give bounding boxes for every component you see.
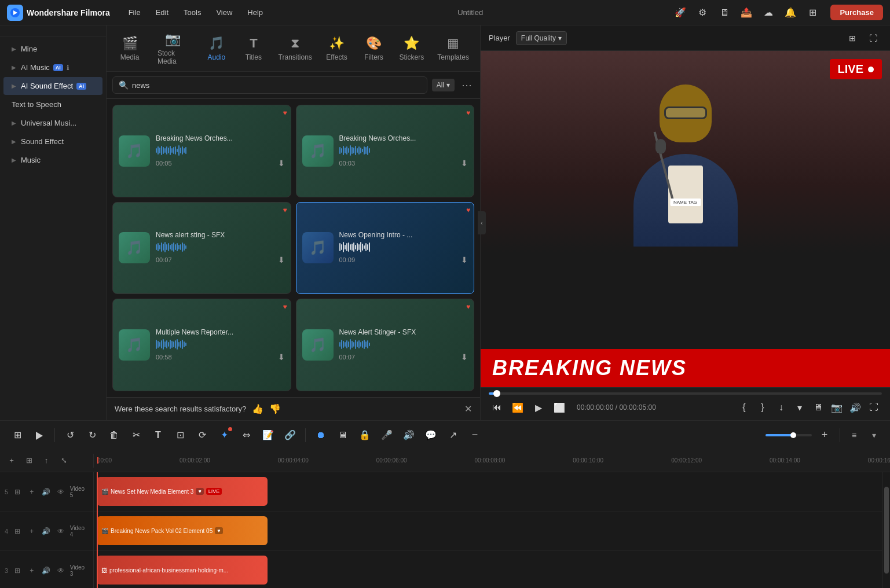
track-add-5[interactable]: + [26,486,37,498]
grid-icon[interactable]: ⊞ [804,4,821,21]
menu-help[interactable]: Help [241,6,269,19]
tab-transitions[interactable]: ⧗ Transitions [273,31,317,66]
cut-button[interactable]: ✂ [127,426,145,444]
favorite-icon-1[interactable]: ♥ [283,109,287,117]
more-options-icon[interactable]: ⋯ [459,76,474,94]
sidebar-item-ai-music[interactable]: ▶ AI Music AI ℹ [3,58,102,76]
menu-tools[interactable]: Tools [178,6,207,19]
motion-button[interactable]: ↗ [444,426,462,444]
minus-button[interactable]: − [466,426,484,444]
ripple-button[interactable]: ↑ [39,454,53,468]
download-icon-4[interactable]: ⬇ [461,255,468,264]
sidebar-item-ai-sound[interactable]: ▶ AI Sound Effect AI [3,77,102,95]
zoom-slider[interactable] [766,434,812,436]
bracket-left-icon[interactable]: { [736,399,752,416]
download-icon-3[interactable]: ⬇ [278,255,285,264]
rocket-icon[interactable]: 🚀 [672,4,689,21]
track-volume-4[interactable]: 🔊 [41,525,52,537]
track-volume-5[interactable]: 🔊 [41,486,52,498]
track-lock-4[interactable]: ⊞ [12,525,23,537]
favorite-icon-4[interactable]: ♥ [466,206,470,214]
split-track-button[interactable]: ⊞ [22,454,36,468]
camera-icon[interactable]: 📷 [829,399,845,416]
fit-to-screen-button[interactable]: ⤡ [57,454,71,468]
track-add-3[interactable]: + [26,565,37,576]
progress-bar[interactable] [489,392,882,395]
audio-card-3[interactable]: 🎵 News alert sting - SFX 00:07 ⬇ ♥ [112,202,291,295]
track-lock-3[interactable]: ⊞ [12,565,23,576]
screen-icon[interactable]: 🖥 [810,399,826,416]
monitor-icon[interactable]: 🖥 [716,4,733,21]
favorite-icon-5[interactable]: ♥ [283,303,287,311]
clip-video3[interactable]: 🖼 professional-african-businessman-holdi… [97,556,268,585]
thumbs-down-icon[interactable]: 👎 [269,403,281,414]
fullscreen-icon[interactable]: ⛶ [865,30,882,47]
tab-effects[interactable]: ✨ Effects [319,31,354,66]
audio-card-1[interactable]: 🎵 Breaking News Orches... 00:05 ⬇ ♥ [112,105,291,197]
timeline-scrollbar[interactable] [882,472,890,588]
fullscreen-button[interactable]: ⛶ [866,399,882,416]
track-add-4[interactable]: + [26,525,37,537]
tab-audio[interactable]: 🎵 Audio [199,31,234,66]
razor-tool[interactable] [30,426,49,444]
tab-stock-media[interactable]: 📷 Stock Media [149,27,197,70]
audio-record-button[interactable]: 🔒 [356,426,374,444]
caption-button[interactable]: 📝 [259,426,277,444]
crop-button[interactable]: ⬜ [551,399,567,416]
audio-button[interactable]: 🔊 [400,426,418,444]
arrow-down-icon[interactable]: ↓ [773,399,789,416]
purchase-button[interactable]: Purchase [830,5,883,20]
favorite-icon-6[interactable]: ♥ [466,303,470,311]
close-feedback-button[interactable]: ✕ [464,403,472,414]
menu-edit[interactable]: Edit [150,6,174,19]
bracket-right-icon[interactable]: } [755,399,771,416]
audio-card-5[interactable]: 🎵 Multiple News Reporter... 00:58 ⬇ ♥ [112,299,291,391]
layout-options-button[interactable]: ▾ [866,427,882,443]
rotate-button[interactable]: ⟳ [193,426,211,444]
sidebar-item-music[interactable]: ▶ Music [3,151,102,169]
menu-view[interactable]: View [210,6,238,19]
tab-filters[interactable]: 🎨 Filters [356,31,391,66]
audio-card-2[interactable]: 🎵 Breaking News Orches... 00:03 ⬇ ♥ [296,105,475,197]
volume-icon[interactable]: 🔊 [847,399,863,416]
track-eye-4[interactable]: 👁 [56,525,67,537]
search-input-wrap[interactable]: 🔍 [112,76,427,94]
menu-file[interactable]: File [123,6,146,19]
link-button[interactable]: 🔗 [281,426,299,444]
list-view-button[interactable]: ≡ [846,427,862,443]
favorite-icon-2[interactable]: ♥ [466,109,470,117]
tab-stickers[interactable]: ⭐ Stickers [393,31,430,66]
download-icon-5[interactable]: ⬇ [278,352,285,362]
mic-button[interactable]: 🎤 [378,426,396,444]
info-icon[interactable]: ℹ [67,64,69,72]
quality-select[interactable]: Full Quality ▾ [516,31,567,45]
add-track-button[interactable]: + [5,454,19,468]
sidebar-item-mine[interactable]: ▶ Mine [3,40,102,58]
audio-card-6[interactable]: 🎵 News Alert Stinger - SFX 00:07 ⬇ ♥ [296,299,475,391]
track-eye-5[interactable]: 👁 [56,486,67,498]
cloud-icon[interactable]: ☁ [760,4,777,21]
undo-button[interactable]: ↺ [61,426,79,444]
track-eye-3[interactable]: 👁 [56,565,67,576]
crop-button[interactable]: ⊡ [171,426,189,444]
favorite-icon-3[interactable]: ♥ [283,206,287,214]
screen-record-button[interactable]: 🖥 [334,426,352,444]
sidebar-collapse-button[interactable]: ‹ [478,211,486,234]
skip-back-button[interactable]: ⏮ [489,399,505,416]
sidebar-item-sfx[interactable]: ▶ Sound Effect [3,133,102,150]
download-icon-2[interactable]: ⬇ [461,159,468,168]
text-button[interactable]: T [149,426,167,444]
sidebar-item-tts[interactable]: Text to Speech [3,95,102,113]
play-button[interactable]: ▶ [530,399,547,416]
tab-templates[interactable]: ▦ Templates [432,31,474,66]
download-icon-1[interactable]: ⬇ [278,159,285,168]
clip-video4[interactable]: 🎬 Breaking News Pack Vol 02 Element 05 ♥ [97,516,268,545]
layout-tool[interactable]: ⊞ [8,426,27,444]
clip-video5[interactable]: 🎬 News Set New Media Element 3 ♥ LIVE [97,477,268,506]
track-lock-5[interactable]: ⊞ [12,486,23,498]
record-button[interactable]: ⏺ [312,426,330,444]
audio-card-4[interactable]: 🎵 News Opening Intro - ... 00:09 ⬇ ♥ [296,202,475,295]
subtitle-button[interactable]: 💬 [422,426,440,444]
search-filter-dropdown[interactable]: All ▾ [432,79,455,91]
step-back-button[interactable]: ⏪ [510,399,526,416]
